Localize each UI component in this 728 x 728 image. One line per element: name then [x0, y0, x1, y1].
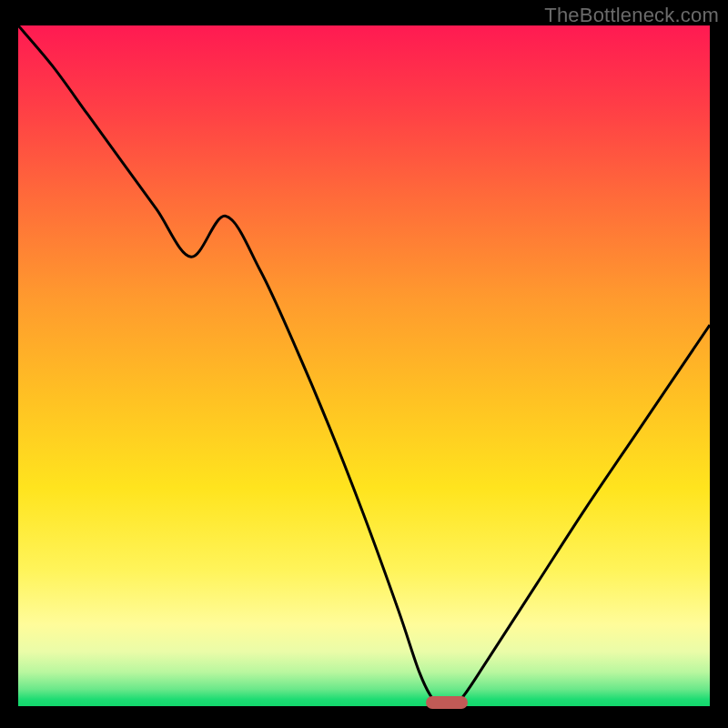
optimal-point-marker — [426, 696, 468, 709]
watermark-text: TheBottleneck.com — [544, 4, 719, 27]
plot-area — [18, 25, 710, 706]
bottleneck-curve — [18, 25, 710, 706]
curve-path — [18, 25, 710, 706]
chart-stage: TheBottleneck.com — [0, 0, 728, 728]
